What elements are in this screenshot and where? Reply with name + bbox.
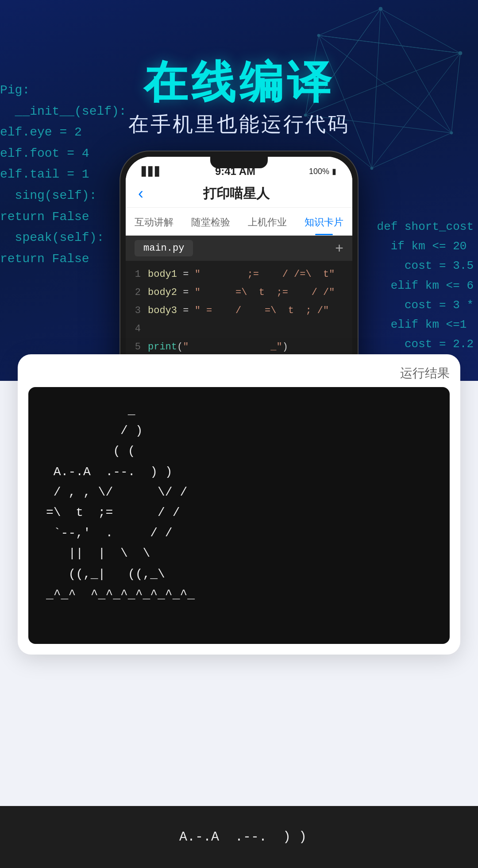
tab-interactive[interactable]: 互动讲解 (126, 208, 182, 235)
tab-flashcard[interactable]: 知识卡片 (296, 208, 352, 235)
code-line-4: 4 (126, 320, 352, 338)
app-tabs: 互动讲解 随堂检验 上机作业 知识卡片 (126, 208, 352, 236)
app-nav: ‹ 打印喵星人 (126, 180, 352, 208)
phone-notch (210, 157, 268, 168)
line-code-1: body1 = " ;= / /=\ t" (148, 267, 335, 282)
code-line-5: 5 print(" _") (126, 338, 352, 356)
top-section: Pig: __init__(self): elf.eye = 2 elf.foo… (0, 0, 478, 381)
line-num-1: 1 (126, 267, 148, 282)
editor-filename[interactable]: main.py (135, 240, 193, 256)
code-line-1: 1 body1 = " ;= / /=\ t" (126, 265, 352, 283)
editor-tab-bar: main.py + (126, 236, 352, 261)
svg-line-7 (319, 35, 460, 53)
line-code-2: body2 = " =\ t ;= / /" (148, 285, 335, 300)
line-num-4: 4 (126, 322, 148, 336)
battery-percent: 100% (309, 167, 329, 176)
nav-title: 打印喵星人 (150, 185, 322, 203)
tab-quiz[interactable]: 随堂检验 (182, 208, 239, 235)
bottom-section: 运行结果 _ / ) ( ( A.-.A .--. ) ) / , , \/ \… (0, 381, 478, 868)
result-terminal: _ / ) ( ( A.-.A .--. ) ) / , , \/ \/ / =… (28, 387, 450, 644)
result-header: 运行结果 (28, 365, 450, 382)
bottom-strip-code: A.-.A .--. ) ) (171, 829, 307, 845)
battery-icon: ▮ (332, 167, 336, 176)
editor-add-file-button[interactable]: + (335, 240, 343, 256)
code-line-2: 2 body2 = " =\ t ;= / /" (126, 283, 352, 302)
signal-icon: ▋▋▋ (142, 166, 162, 177)
phone-outer: ▋▋▋ 9:41 AM 100% ▮ ‹ 打印喵星人 互动讲解 随堂检验 上 (120, 151, 358, 381)
result-card: 运行结果 _ / ) ( ( A.-.A .--. ) ) / , , \/ \… (18, 354, 460, 655)
tab-lab[interactable]: 上机作业 (239, 208, 296, 235)
line-code-3: body3 = " = / =\ t ; /" (148, 303, 329, 318)
back-button[interactable]: ‹ (138, 184, 143, 203)
line-num-2: 2 (126, 285, 148, 300)
phone-screen: ▋▋▋ 9:41 AM 100% ▮ ‹ 打印喵星人 互动讲解 随堂检验 上 (126, 157, 352, 381)
code-line-3: 3 body3 = " = / =\ t ; /" (126, 302, 352, 320)
sub-title: 在手机里也能运行代码 (0, 111, 478, 138)
svg-point-11 (370, 167, 373, 170)
line-num-5: 5 (126, 340, 148, 354)
line-code-5: print(" _") (148, 340, 288, 354)
phone-mockup: ▋▋▋ 9:41 AM 100% ▮ ‹ 打印喵星人 互动讲解 随堂检验 上 (120, 151, 358, 381)
svg-point-13 (317, 34, 320, 37)
line-num-3: 3 (126, 303, 148, 318)
battery-indicator: 100% ▮ (309, 167, 336, 176)
svg-point-8 (379, 7, 382, 11)
bottom-strip: A.-.A .--. ) ) (0, 806, 478, 868)
main-title: 在线编译 (0, 53, 478, 113)
